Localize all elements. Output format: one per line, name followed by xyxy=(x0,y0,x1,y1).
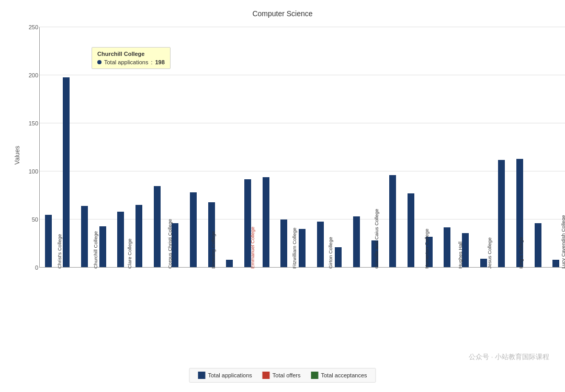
legend: Total applications Total offers Total ac… xyxy=(189,368,376,383)
bar-group xyxy=(75,27,94,268)
bar-applications xyxy=(389,175,396,268)
x-label: Christ's College xyxy=(39,268,74,283)
bar-applications xyxy=(299,229,306,268)
bar-group xyxy=(474,27,493,268)
legend-acceptances: Total acceptances xyxy=(311,372,367,379)
bar-applications xyxy=(172,223,178,268)
bar-applications xyxy=(99,226,106,268)
x-label: Clare College xyxy=(111,268,142,283)
x-label: Churchill College xyxy=(74,268,111,283)
bar-group xyxy=(148,27,166,268)
bar-applications xyxy=(444,227,450,268)
x-label: Emmanuel College xyxy=(229,268,270,283)
x-label: Jesus College xyxy=(471,268,502,283)
x-label: Lucy Cavendish College xyxy=(534,268,565,283)
legend-label-applications: Total applications xyxy=(208,372,252,378)
y-tick-50: 50 xyxy=(24,216,38,223)
bar-applications xyxy=(226,260,233,268)
bar-applications xyxy=(353,216,360,268)
legend-label-acceptances: Total acceptances xyxy=(321,372,367,378)
y-tick-150: 150 xyxy=(24,120,38,126)
bar-group xyxy=(402,27,420,268)
y-tick-0: 0 xyxy=(24,264,38,271)
y-tick-100: 100 xyxy=(24,168,38,175)
bar-applications xyxy=(498,160,505,268)
bar-group xyxy=(311,27,330,268)
watermark: 公众号 · 小站教育国际课程 xyxy=(469,352,549,362)
x-label: Corpus Christi College xyxy=(142,268,191,283)
bar-applications xyxy=(535,223,541,268)
bar-group xyxy=(383,27,402,268)
bar-group xyxy=(221,27,239,268)
bar-group xyxy=(347,27,366,268)
bar-group xyxy=(184,27,202,268)
x-label: Fitzwilliam College xyxy=(271,268,312,283)
x-label: King's College xyxy=(502,268,534,283)
bar-group xyxy=(330,27,348,268)
bar-group xyxy=(492,27,511,268)
bar-applications xyxy=(190,192,197,268)
legend-box-offers xyxy=(263,372,270,379)
bar-applications xyxy=(335,247,342,268)
bar-group xyxy=(58,27,76,268)
bar-applications xyxy=(135,205,142,268)
bar-group xyxy=(438,27,456,268)
y-tick-250: 250 xyxy=(24,24,38,30)
chart-title: Computer Science xyxy=(0,0,565,22)
bar-applications xyxy=(263,177,269,268)
bar-group xyxy=(529,27,547,268)
bar-group xyxy=(39,27,58,268)
bar-group xyxy=(130,27,148,268)
legend-applications: Total applications xyxy=(198,372,252,379)
bar-applications xyxy=(480,259,487,268)
legend-offers: Total offers xyxy=(263,372,301,379)
legend-label-offers: Total offers xyxy=(273,372,301,378)
bar-group xyxy=(112,27,130,268)
legend-box-applications xyxy=(198,372,205,379)
bar-applications xyxy=(117,212,124,268)
x-label: Homerton College xyxy=(404,268,444,283)
y-axis-label: Values xyxy=(14,146,21,165)
bar-applications xyxy=(317,222,324,268)
bar-applications xyxy=(81,206,88,268)
bar-applications xyxy=(154,186,161,268)
x-label: Downing College xyxy=(191,268,229,283)
bar-applications xyxy=(63,77,70,268)
chart-container: Computer Science Values 050100150200250 … xyxy=(0,0,565,392)
bar-applications xyxy=(552,260,559,268)
bar-group xyxy=(275,27,293,268)
x-label: Gonville and Caius College xyxy=(344,268,404,283)
x-label: Girton College xyxy=(312,268,344,283)
bar-applications xyxy=(45,215,52,268)
y-tick-200: 200 xyxy=(24,72,38,78)
bar-applications xyxy=(280,220,287,268)
legend-box-acceptances xyxy=(311,372,318,379)
bar-group xyxy=(511,27,529,268)
bar-group xyxy=(456,27,474,268)
bar-group xyxy=(257,27,275,268)
x-label: Hughes Hall xyxy=(444,268,471,283)
bar-applications xyxy=(408,193,414,268)
